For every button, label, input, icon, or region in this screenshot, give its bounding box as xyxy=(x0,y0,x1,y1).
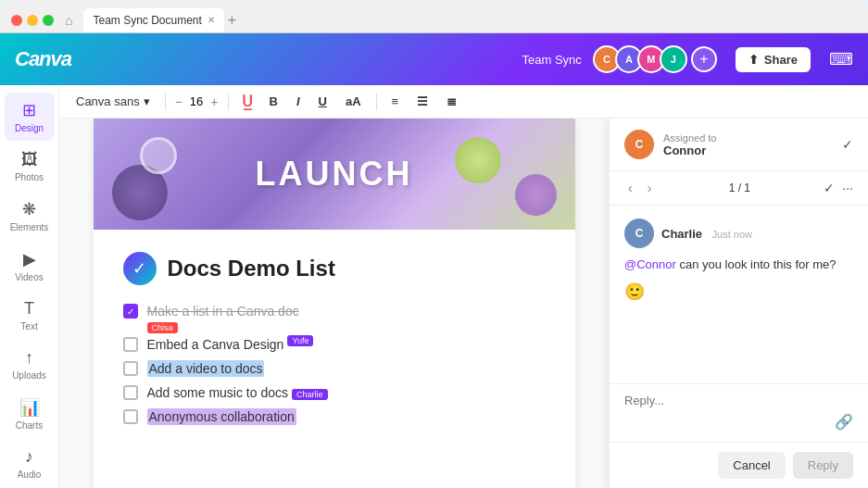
list-item: Anonymous collaboration xyxy=(123,409,546,424)
sidebar-item-design[interactable]: ⊞ Design xyxy=(5,93,55,141)
list-item: ✓ Make a list in a Canva doc xyxy=(123,304,546,319)
share-icon: ⬆ xyxy=(748,53,759,67)
reply-input[interactable] xyxy=(624,394,853,407)
new-tab-button[interactable]: + xyxy=(228,12,236,29)
comment-panel: C Assigned to Connor ✓ ‹ › 1 / 1 ✓ ··· xyxy=(609,119,868,488)
tab-close-icon[interactable]: ✕ xyxy=(208,15,215,25)
font-dropdown-icon: ▾ xyxy=(144,94,150,108)
topbar: Canva Team Sync C A M J + ⬆ Share ⌨ xyxy=(0,33,868,85)
assign-check-icon[interactable]: ✓ xyxy=(842,137,853,152)
document-content: ✓ Docs Demo List ✓ Make a list in a Canv… xyxy=(94,230,575,446)
font-increase-button[interactable]: + xyxy=(210,94,218,109)
link-icon[interactable]: 🔗 xyxy=(835,413,853,431)
assigned-to-label: Assigned to xyxy=(663,132,833,144)
comment-actions: Cancel Reply xyxy=(610,442,868,488)
highlight-purple: Anonymous collaboration xyxy=(147,408,296,425)
avatar-4: J xyxy=(660,45,687,73)
add-member-button[interactable]: + xyxy=(691,46,717,72)
align-center-button[interactable]: ☰ xyxy=(411,91,434,112)
sidebar-item-photos[interactable]: 🖼 Photos xyxy=(5,143,55,190)
list-item: Add a video to docs xyxy=(123,361,546,376)
prev-comment-button[interactable]: ‹ xyxy=(624,179,636,197)
commenter-meta: Charlie Just now xyxy=(661,225,752,242)
document-banner: LAUNCH xyxy=(94,119,575,230)
resolve-icon[interactable]: ✓ xyxy=(824,181,835,195)
editor-area[interactable]: LAUNCH ✓ Docs Demo List ✓ xyxy=(59,119,609,488)
charts-icon: 📊 xyxy=(19,397,40,418)
browser-chrome: ⌂ Team Sync Document ✕ + xyxy=(0,0,868,33)
checkbox-5[interactable] xyxy=(123,409,138,424)
tag-chisa: Chisa xyxy=(147,322,178,333)
font-size-display: 16 xyxy=(190,94,203,108)
design-icon: ⊞ xyxy=(22,100,36,120)
doc-title: Docs Demo List xyxy=(168,256,335,282)
uploads-icon: ↑ xyxy=(25,348,33,368)
sidebar-item-charts[interactable]: 📊 Charts xyxy=(5,390,55,438)
checkbox-4[interactable] xyxy=(123,385,138,400)
document-container: LAUNCH ✓ Docs Demo List ✓ xyxy=(94,119,575,488)
team-avatars: C A M J + xyxy=(593,45,717,73)
assigned-name: Connor xyxy=(663,144,833,157)
sidebar-item-uploads[interactable]: ↑ Uploads xyxy=(5,341,55,388)
sidebar-label-audio: Audio xyxy=(18,469,42,480)
comment-body-text: can you look into this for me? xyxy=(679,257,836,271)
align-left-button[interactable]: ≡ xyxy=(386,91,405,112)
sidebar-item-text[interactable]: T Text xyxy=(5,292,55,339)
align-right-button[interactable]: ≣ xyxy=(441,91,462,112)
home-icon[interactable]: ⌂ xyxy=(65,13,72,28)
reply-tools: 🔗 xyxy=(624,413,853,431)
bold-button[interactable]: B xyxy=(264,91,283,112)
commenter-name: Charlie xyxy=(661,227,702,241)
italic-button[interactable]: I xyxy=(291,91,306,112)
item-text-3: Add a video to docs xyxy=(147,361,265,376)
doc-title-row: ✓ Docs Demo List xyxy=(123,252,546,285)
sidebar-item-videos[interactable]: ▶ Videos xyxy=(5,242,55,290)
checkbox-3[interactable] xyxy=(123,361,138,376)
team-name: Team Sync xyxy=(522,53,582,67)
comment-body: C Charlie Just now @Connor can you look … xyxy=(610,206,868,383)
item-text-4: Add some music to docsCharlie xyxy=(147,385,328,400)
tab-title: Team Sync Document xyxy=(93,14,201,27)
app: Canva Team Sync C A M J + ⬆ Share ⌨ ⊞ De… xyxy=(0,33,868,488)
next-comment-button[interactable]: › xyxy=(644,179,656,197)
mention-tag[interactable]: @Connor xyxy=(624,257,676,271)
underline-color-icon: U̲ xyxy=(238,91,257,112)
sidebar-item-audio[interactable]: ♪ Audio xyxy=(5,440,55,487)
cancel-button[interactable]: Cancel xyxy=(718,452,785,479)
emoji-reaction-button[interactable]: 🙂 xyxy=(624,282,645,302)
underline-button[interactable]: U xyxy=(313,91,333,112)
close-button[interactable] xyxy=(11,15,22,26)
divider-3 xyxy=(376,94,377,110)
list-item: Chisa Embed a Canva DesignYufe xyxy=(123,337,546,352)
sidebar: ⊞ Design 🖼 Photos ❋ Elements ▶ Videos T … xyxy=(0,85,59,488)
elements-icon: ❋ xyxy=(22,199,36,219)
options-icon[interactable]: ⌨ xyxy=(829,49,853,69)
font-decrease-button[interactable]: − xyxy=(175,94,182,109)
item-text-1: Make a list in a Canva doc xyxy=(147,304,299,319)
traffic-lights xyxy=(11,15,54,26)
reply-button[interactable]: Reply xyxy=(793,452,853,479)
text-icon: T xyxy=(24,299,34,319)
divider-2 xyxy=(228,94,229,110)
banner-text: LAUNCH xyxy=(256,155,413,194)
sidebar-label-elements: Elements xyxy=(10,222,49,232)
case-button[interactable]: aA xyxy=(340,91,367,112)
active-tab[interactable]: Team Sync Document ✕ xyxy=(83,8,223,32)
assigned-avatar: C xyxy=(624,130,654,159)
font-selector[interactable]: Canva sans ▾ xyxy=(70,91,156,112)
checkbox-1[interactable]: ✓ xyxy=(123,304,138,319)
comment-page: 1 / 1 xyxy=(662,181,816,194)
share-button[interactable]: ⬆ Share xyxy=(736,47,811,72)
sidebar-item-elements[interactable]: ❋ Elements xyxy=(5,192,55,240)
highlight-blue: Add a video to docs xyxy=(147,360,265,377)
doc-title-icon: ✓ xyxy=(123,252,157,285)
checkbox-2[interactable] xyxy=(123,337,138,352)
audio-icon: ♪ xyxy=(25,447,33,467)
videos-icon: ▶ xyxy=(23,249,36,269)
assigned-section: C Assigned to Connor ✓ xyxy=(610,119,868,171)
font-name: Canva sans xyxy=(76,94,140,108)
more-options-icon[interactable]: ··· xyxy=(842,181,853,195)
circle-decoration xyxy=(140,137,177,174)
minimize-button[interactable] xyxy=(27,15,38,26)
maximize-button[interactable] xyxy=(43,15,54,26)
